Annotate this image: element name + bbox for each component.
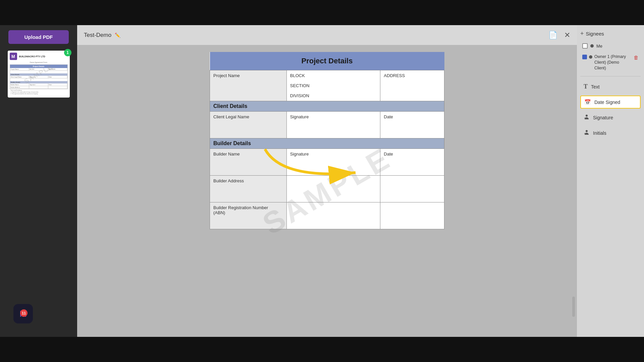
project-block-cell: BLOCKSECTIONDIVISION [286, 70, 380, 101]
builder-abn-date-cell [380, 202, 444, 229]
table-row: Builder Registration Number(ABN) [210, 202, 444, 229]
me-label: Me [596, 44, 602, 49]
builder-details-label: Builder Details [210, 138, 444, 149]
me-row: Me [580, 42, 641, 50]
initials-label: Initials [593, 130, 606, 136]
top-bar [0, 0, 644, 25]
thumb-terms: Terms and Conditions 1. Payment to be ma… [10, 89, 68, 96]
signature-icon [584, 114, 590, 121]
date-signed-icon: 📅 [584, 99, 591, 105]
left-sidebar: Upload PDF 1 M BUILDMACRO PTY LTD Demo A… [0, 25, 77, 337]
me-color-dot [590, 44, 594, 48]
project-name-label: Project Name [210, 70, 287, 101]
table-row: Project Name BLOCKSECTIONDIVISION ADDRES… [210, 70, 444, 101]
signature-label: Signature [593, 115, 613, 120]
notification-badge: 11 [20, 309, 28, 317]
me-checkbox[interactable] [582, 43, 588, 49]
date-signed-label: Date Signed [594, 100, 620, 105]
signees-label: Signees [586, 31, 604, 37]
scroll-bar[interactable] [572, 297, 575, 317]
upload-pdf-button[interactable]: Upload PDF [8, 30, 69, 44]
thumbnail-badge: 1 [64, 49, 71, 56]
initials-tool[interactable]: Initials [580, 127, 641, 139]
document-area: Project Details Project Name BLOCKSECTIO… [77, 45, 577, 337]
builder-details-section: Builder Details [210, 138, 444, 149]
sidebar-divider [580, 76, 641, 76]
header-bar: Test-Demo ✏️ 📄 ✕ [77, 25, 577, 45]
signees-header[interactable]: + Signees [580, 30, 641, 37]
owner-label: Owner 1 (Primary Client) (Demo Client) [594, 54, 632, 71]
bottom-bar [0, 337, 644, 362]
builder-address-date-cell [380, 176, 444, 202]
initials-icon [584, 129, 590, 137]
close-button[interactable]: ✕ [564, 31, 570, 40]
document-wrapper: Project Details Project Name BLOCKSECTIO… [210, 52, 444, 330]
table-main-header: Project Details [210, 52, 444, 70]
owner-row: Owner 1 (Primary Client) (Demo Client) 🗑 [580, 53, 641, 72]
builder-signature-cell: Signature [286, 149, 380, 176]
center-content: Test-Demo ✏️ 📄 ✕ [77, 25, 577, 337]
edit-title-icon[interactable]: ✏️ [115, 33, 120, 38]
builder-name-label: Builder Name [210, 149, 287, 176]
text-tool-icon: T [584, 83, 588, 90]
builder-address-sig-cell [286, 176, 380, 202]
builder-date-cell: Date [380, 149, 444, 176]
project-address-cell: ADDRESS [380, 70, 444, 101]
signature-tool[interactable]: Signature [580, 111, 641, 124]
table-row: Builder Address [210, 176, 444, 202]
table-row: Client Legal Name Signature Date [210, 112, 444, 138]
file-info-icon[interactable]: 📄 [548, 31, 557, 40]
owner-color-square [582, 55, 587, 59]
thumb-company-name: BUILDMACRO PTY LTD [19, 55, 45, 58]
client-details-section: Client Details [210, 101, 444, 112]
text-tool-label: Text [591, 84, 600, 89]
document-table: Project Details Project Name BLOCKSECTIO… [210, 52, 444, 229]
delete-owner-icon[interactable]: 🗑 [634, 55, 639, 60]
document-title: Test-Demo [84, 32, 111, 39]
table-row: Builder Name Signature Date [210, 149, 444, 176]
client-details-label: Client Details [210, 101, 444, 112]
right-sidebar: + Signees Me Owner 1 (Primary Client) (D… [577, 25, 644, 337]
builder-abn-sig-cell [286, 202, 380, 229]
add-signee-icon[interactable]: + [580, 30, 584, 37]
text-tool[interactable]: T Text [580, 80, 641, 93]
client-date-cell: Date [380, 112, 444, 138]
builder-abn-label: Builder Registration Number(ABN) [210, 202, 287, 229]
client-signature-cell: Signature [286, 112, 380, 138]
date-signed-tool[interactable]: 📅 Date Signed [580, 96, 641, 109]
client-legal-name-label: Client Legal Name [210, 112, 287, 138]
builder-address-label: Builder Address [210, 176, 287, 202]
thumb-logo-icon: M [10, 53, 17, 60]
svg-point-2 [586, 130, 588, 132]
svg-point-1 [586, 115, 588, 117]
owner-color-dot [589, 55, 592, 59]
document-thumbnail[interactable]: M BUILDMACRO PTY LTD Demo Agreement Form… [8, 51, 70, 98]
